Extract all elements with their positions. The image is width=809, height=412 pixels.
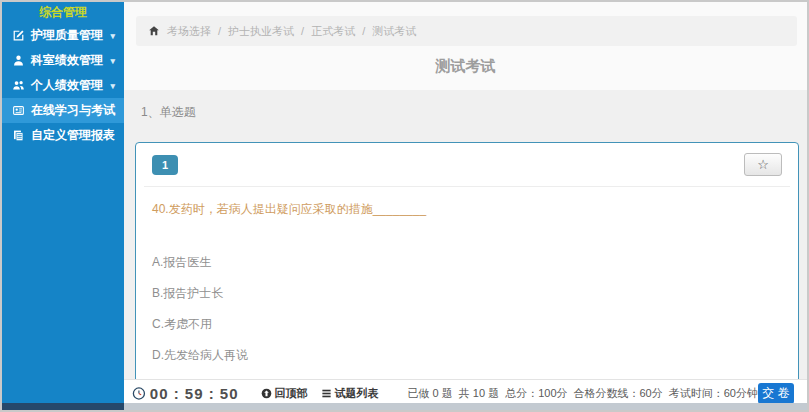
exam-app-window: 综合管理 护理质量管理 ▾ 科室绩效管理 ▾ 个人绩效管理: [0, 0, 809, 412]
chevron-down-icon: ▾: [110, 56, 115, 66]
edit-icon: [12, 29, 25, 42]
sidebar: 综合管理 护理质量管理 ▾ 科室绩效管理 ▾ 个人绩效管理: [2, 2, 124, 410]
option-a[interactable]: A.报告医生: [152, 254, 782, 271]
stat-duration: 考试时间：60分钟: [669, 386, 758, 401]
sidebar-title: 综合管理: [2, 2, 124, 23]
list-icon: [321, 388, 332, 399]
question-card-header: 1 ☆: [144, 143, 790, 187]
breadcrumb-item-test-exam[interactable]: 测试考试: [372, 24, 416, 39]
breadcrumb: 考场选择 / 护士执业考试 / 正式考试 / 测试考试: [136, 16, 797, 46]
sidebar-item-label: 自定义管理报表: [31, 127, 115, 144]
sidebar-item-dept-performance[interactable]: 科室绩效管理 ▾: [2, 48, 124, 73]
breadcrumb-separator: /: [218, 25, 221, 37]
exam-stats: 已做 0 题 共 10 题 总分：100分 合格分数线：60分 考试时间：60分…: [408, 386, 758, 401]
sidebar-item-nursing-quality[interactable]: 护理质量管理 ▾: [2, 23, 124, 48]
options-list: A.报告医生 B.报告护士长 C.考虑不用 D.先发给病人再说 E.重新核对，确…: [152, 254, 782, 395]
sidebar-item-label: 护理质量管理: [31, 27, 103, 44]
breadcrumb-separator: /: [362, 25, 365, 37]
submit-exam-button[interactable]: 交 卷: [758, 383, 794, 404]
sidebar-item-personal-performance[interactable]: 个人绩效管理 ▾: [2, 73, 124, 98]
breadcrumb-item-formal-exam[interactable]: 正式考试: [311, 24, 355, 39]
people-icon: [12, 79, 25, 92]
sidebar-nav: 护理质量管理 ▾ 科室绩效管理 ▾ 个人绩效管理 ▾: [2, 23, 124, 148]
sidebar-item-label: 个人绩效管理: [31, 77, 103, 94]
bottom-strip-right: [124, 403, 807, 410]
section-label: 1、单选题: [124, 90, 807, 121]
sidebar-item-label: 科室绩效管理: [31, 52, 103, 69]
report-icon: [12, 129, 25, 142]
home-icon[interactable]: [148, 25, 160, 37]
stat-total-score: 总分：100分: [505, 386, 567, 401]
breadcrumb-item-nurse-exam[interactable]: 护士执业考试: [228, 24, 294, 39]
question-list-button[interactable]: 试题列表: [321, 386, 379, 401]
sidebar-item-label: 在线学习与考试: [31, 102, 115, 119]
stat-pass-line: 合格分数线：60分: [574, 386, 663, 401]
favorite-button[interactable]: ☆: [744, 153, 782, 176]
option-b[interactable]: B.报告护士长: [152, 285, 782, 302]
page-header: 考场选择 / 护士执业考试 / 正式考试 / 测试考试 测试考试: [124, 2, 807, 90]
chevron-down-icon: ▾: [110, 31, 115, 41]
stat-total-questions: 共 10 题: [459, 386, 499, 401]
question-text: 40.发药时，若病人提出疑问应采取的措施________: [152, 201, 782, 218]
breadcrumb-separator: /: [301, 25, 304, 37]
arrow-up-circle-icon: [261, 388, 272, 399]
stat-answered: 已做 0 题: [408, 386, 453, 401]
clock-icon: [132, 385, 146, 402]
certificate-icon: [12, 104, 25, 117]
chevron-down-icon: ▾: [110, 81, 115, 91]
bottom-strip-left: [2, 403, 124, 410]
sidebar-item-online-learning-exam[interactable]: 在线学习与考试: [2, 98, 124, 123]
back-to-top-button[interactable]: 回顶部: [261, 386, 308, 401]
person-icon: [12, 54, 25, 67]
option-d[interactable]: D.先发给病人再说: [152, 347, 782, 364]
option-c[interactable]: C.考虑不用: [152, 316, 782, 333]
star-icon: ☆: [757, 158, 769, 171]
sidebar-item-custom-reports[interactable]: 自定义管理报表: [2, 123, 124, 148]
question-number-badge: 1: [152, 155, 178, 175]
breadcrumb-item-exam-room[interactable]: 考场选择: [167, 24, 211, 39]
exam-timer: 00 : 59 : 50: [150, 385, 239, 402]
exam-content: 1、单选题 1 ☆ 40.发药时，若病人提出疑问应采取的措施________ A…: [124, 90, 807, 403]
question-card: 1 ☆ 40.发药时，若病人提出疑问应采取的措施________ A.报告医生 …: [135, 142, 799, 396]
page-title: 测试考试: [124, 57, 807, 76]
